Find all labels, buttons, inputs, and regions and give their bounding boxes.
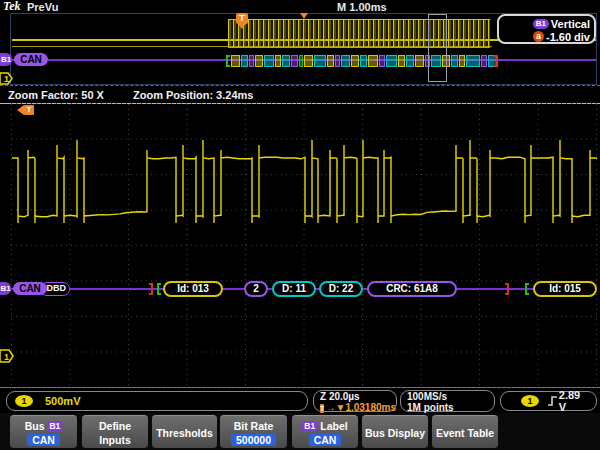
menu-button-define-inputs[interactable]: DefineInputs [82, 415, 148, 448]
timebase-readout: M 1.00ms [337, 1, 387, 13]
zoom-window-bracket[interactable] [428, 14, 447, 82]
menu-button-label2: Inputs [99, 434, 131, 446]
decode-packet: D: 22 [319, 281, 363, 297]
overview-frame-start-bracket-icon [226, 55, 230, 67]
ch1-scale-value: 500mV [45, 395, 80, 407]
overview-packet [459, 55, 465, 67]
b1-badge: B1 [302, 421, 317, 432]
overview-packet [351, 55, 359, 67]
vertical-value: -1.60 div [546, 31, 590, 43]
svg-text:1: 1 [4, 352, 9, 362]
overview-packet [231, 55, 240, 67]
menu-button-event-table[interactable]: Event Table [432, 415, 498, 448]
delay-value: 1.03180ms [345, 403, 396, 413]
frame-start-bracket-icon [525, 283, 529, 295]
menu-button-value: CAN [309, 434, 342, 446]
decode-b1-badge: B1 [0, 282, 11, 295]
overview-packet [360, 55, 367, 67]
decode-packet: D: 11 [272, 281, 316, 297]
trigger-position-icon: T [236, 13, 248, 24]
overview-packet [299, 55, 303, 67]
menu-button-label: Label [320, 420, 347, 432]
trigger-level-value: 2.89 V [559, 389, 590, 413]
overview-packet [255, 55, 263, 67]
overview-packet [241, 55, 248, 67]
menu-button-bus-display[interactable]: Bus Display [362, 415, 428, 448]
frame-end-bracket-icon [149, 283, 153, 295]
overview-packet [282, 55, 290, 67]
trigger-readout: 1 2.89 V [500, 391, 597, 411]
overview-decoded-packets [231, 55, 498, 67]
overview-packet [264, 55, 274, 67]
overview-packet [314, 55, 326, 67]
frame-end-bracket-icon [505, 283, 509, 295]
overview-packet [341, 55, 350, 67]
overview-packet [379, 55, 385, 67]
overview-packet [327, 55, 334, 67]
overview-packet [398, 55, 405, 67]
ch1-overview-burst [228, 19, 490, 48]
overview-packet [406, 55, 414, 67]
left-arrow-icon [12, 105, 24, 115]
expansion-point-icon [300, 13, 308, 23]
decode-packet: Id: 013 [163, 281, 223, 297]
trigger-t-icon: T [320, 404, 324, 413]
overview-packet [249, 55, 254, 67]
decode-packet: 2 [244, 281, 268, 297]
overview-packet [466, 55, 480, 67]
acquisition-status: PreVu [27, 1, 58, 13]
zoom-scale-readout: Z 20.0µs T →▼ 1.03180ms [313, 390, 397, 412]
overview-packet [415, 55, 424, 67]
overview-packet [291, 55, 298, 67]
menu-button-label: Thresholds [156, 427, 213, 439]
overview-b1-badge: B1 [0, 53, 12, 66]
zoom-position-readout: Zoom Position: 3.24ms [133, 87, 253, 103]
menu-button-label: Bus Display [365, 427, 425, 439]
tek-logo: Tek [3, 0, 21, 13]
overview-packet [386, 55, 397, 67]
rising-edge-icon [547, 394, 559, 408]
b1-badge: B1 [47, 421, 62, 432]
overview-packet [275, 55, 281, 67]
menu-button-label[interactable]: B1LabelCAN [292, 415, 358, 448]
trigger-delay-readout: T →▼ 1.03180ms [320, 403, 396, 413]
overview-frame-end-bracket-icon [494, 55, 498, 67]
overview-packet [481, 55, 487, 67]
overview-packet [368, 55, 378, 67]
menu-button-label: Bus [25, 420, 45, 432]
menu-button-bit-rate[interactable]: Bit Rate500000 [220, 415, 287, 448]
frame-start-bracket-icon [157, 283, 161, 295]
overview-can-bus-label: CAN [14, 53, 48, 66]
zoom-scale-value: Z 20.0µs [320, 392, 396, 402]
menu-button-label: Bit Rate [234, 420, 274, 432]
overview-packet [335, 55, 340, 67]
menu-button-value: CAN [27, 434, 60, 446]
decode-can-bus-label: CAN [13, 282, 47, 295]
menu-button-label: Define [99, 420, 131, 432]
decode-packet: Id: 015 [533, 281, 597, 297]
decode-packet: CRC: 61A8 [367, 281, 457, 297]
multipurpose-knob-a-icon: a [533, 31, 544, 42]
menu-button-value: 500000 [231, 434, 276, 446]
overview-packet [451, 55, 458, 67]
offscreen-trigger-marker: T [12, 105, 34, 115]
menu-button-thresholds[interactable]: Thresholds [152, 415, 217, 448]
svg-text:1: 1 [4, 74, 9, 84]
b1-badge: B1 [533, 19, 549, 29]
ch1-scale-readout: 1 500mV [6, 391, 308, 411]
trigger-source-badge: 1 [521, 395, 539, 407]
zoom-ch1-marker: 1 [0, 349, 14, 363]
menu-button-bus[interactable]: BusB1CAN [10, 415, 77, 448]
acquisition-readout: 100MS/s 1M points [400, 390, 495, 412]
overview-ch1-marker: 1 [0, 72, 13, 85]
zoom-waveform-window [0, 103, 600, 388]
menu-button-label: Event Table [436, 427, 494, 439]
vertical-label: Vertical [551, 18, 590, 30]
zoom-factor-readout: Zoom Factor: 50 X [8, 87, 104, 103]
oscilloscope-screen: Tek PreVu M 1.00ms T B1 CAN 1 B1 Vertica… [0, 0, 600, 450]
ch1-badge: 1 [15, 395, 33, 407]
vertical-setting-badge: B1 Vertical a -1.60 div [497, 14, 596, 44]
overview-packet [304, 55, 313, 67]
sample-rate-value: 100MS/s [407, 392, 494, 402]
record-length-value: 1M points [407, 403, 494, 413]
